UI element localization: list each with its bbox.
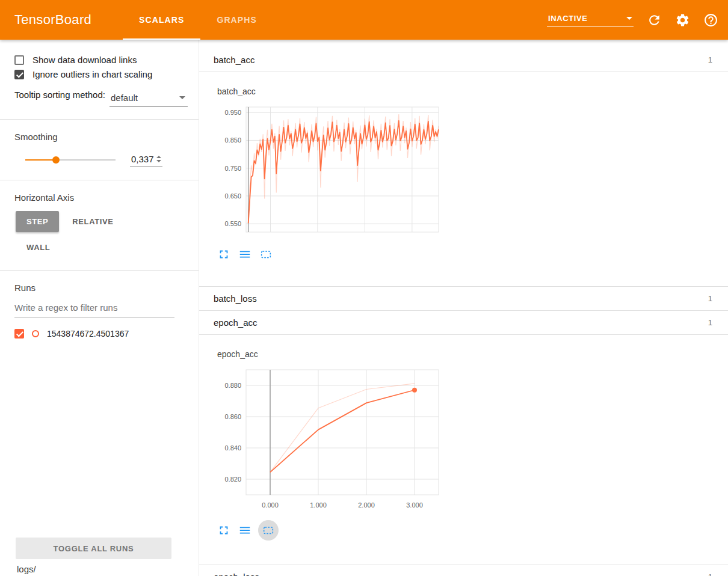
help-button[interactable] — [703, 13, 718, 28]
category-epoch-acc[interactable]: epoch_acc 1 — [199, 311, 728, 335]
category-title: epoch_acc — [214, 317, 258, 328]
ignore-outliers-label: Ignore outliers in chart scaling — [32, 69, 152, 79]
runs-label: Runs — [14, 283, 188, 293]
tooltip-sorting-label: Tooltip sorting method: — [14, 89, 110, 101]
main-tabs: SCALARS GRAPHS — [123, 0, 273, 40]
chevron-down-icon — [179, 96, 185, 99]
gear-icon — [675, 13, 690, 28]
svg-text:0.650: 0.650 — [224, 192, 241, 200]
app-title: TensorBoard — [14, 12, 91, 28]
ignore-outliers-row: Ignore outliers in chart scaling — [14, 69, 188, 79]
smoothing-value: 0,337 — [131, 154, 154, 164]
fullscreen-icon — [217, 248, 230, 261]
app-header: TensorBoard SCALARS GRAPHS INACTIVE — [0, 0, 728, 40]
svg-text:2.000: 2.000 — [358, 501, 375, 509]
toggle-all-runs-button[interactable]: TOGGLE ALL RUNS — [16, 538, 171, 559]
tensorboard-app: TensorBoard SCALARS GRAPHS INACTIVE — [0, 0, 728, 576]
chart-title: epoch_acc — [217, 349, 728, 361]
refresh-icon — [647, 13, 662, 28]
divider — [0, 180, 199, 180]
svg-text:0.820: 0.820 — [224, 476, 241, 483]
header-actions: INACTIVE — [547, 13, 718, 28]
chart-actions — [216, 247, 728, 262]
fit-domain-button-active[interactable] — [258, 520, 279, 541]
svg-text:1.000: 1.000 — [310, 501, 327, 509]
dashed-box-icon — [259, 248, 273, 261]
chart-card-batch-acc: batch_acc 0.5500.6500.7500.8500.950 — [199, 72, 728, 287]
category-count: 1 — [708, 294, 712, 303]
smoothing-value-input[interactable]: 0,337 — [130, 153, 162, 167]
spinner-up-icon[interactable] — [156, 156, 161, 158]
run-color-circle[interactable] — [32, 330, 39, 337]
smoothing-slider[interactable] — [25, 156, 116, 164]
log-scale-button[interactable] — [237, 522, 253, 538]
svg-text:0.850: 0.850 — [224, 136, 241, 144]
category-count: 1 — [708, 55, 712, 64]
svg-text:0.880: 0.880 — [224, 382, 241, 389]
fit-domain-button[interactable] — [258, 247, 274, 262]
category-batch-loss[interactable]: batch_loss 1 — [199, 287, 728, 311]
chart-title: batch_acc — [217, 87, 728, 99]
divider — [0, 119, 199, 120]
log-scale-icon — [238, 524, 251, 537]
chart-card-epoch-acc: epoch_acc 0.8200.8400.8600.8800.0001.000… — [199, 335, 728, 565]
category-batch-acc[interactable]: batch_acc 1 — [199, 48, 728, 72]
fullscreen-icon — [217, 524, 230, 537]
log-scale-icon — [238, 248, 251, 261]
show-download-links-row: Show data download links — [14, 55, 188, 65]
tooltip-sorting-dropdown[interactable]: default — [110, 90, 188, 107]
run-item: 1543874672.4501367 — [14, 329, 188, 339]
chevron-down-icon — [626, 17, 632, 20]
axis-relative-button[interactable]: RELATIVE — [61, 211, 124, 232]
status-label: INACTIVE — [548, 14, 587, 23]
axis-wall-button[interactable]: WALL — [16, 237, 61, 258]
maximize-chart-button[interactable] — [216, 522, 232, 538]
axis-step-button[interactable]: STEP — [16, 211, 59, 232]
refresh-button[interactable] — [647, 13, 662, 28]
category-count: 1 — [708, 572, 712, 576]
horizontal-axis-label: Horizontal Axis — [14, 192, 188, 203]
horizontal-axis-buttons: STEP RELATIVE WALL — [14, 209, 171, 260]
tab-scalars[interactable]: SCALARS — [123, 0, 200, 40]
runs-group-label: logs/ — [17, 563, 199, 576]
tooltip-sorting-value: default — [111, 93, 138, 103]
svg-text:0.750: 0.750 — [224, 165, 241, 172]
help-icon — [703, 13, 718, 28]
log-scale-button[interactable] — [237, 247, 253, 262]
slider-knob[interactable] — [52, 156, 60, 164]
batch-acc-chart[interactable]: 0.5500.6500.7500.8500.950 — [214, 101, 445, 239]
smoothing-row: 0,337 — [14, 153, 188, 167]
svg-text:0.950: 0.950 — [224, 109, 241, 116]
category-epoch-loss[interactable]: epoch_loss 1 — [199, 565, 728, 576]
category-count: 1 — [708, 318, 712, 327]
ignore-outliers-checkbox[interactable] — [14, 70, 24, 79]
show-download-links-checkbox[interactable] — [14, 55, 24, 65]
svg-text:0.000: 0.000 — [262, 501, 279, 509]
svg-text:0.860: 0.860 — [224, 413, 241, 420]
maximize-chart-button[interactable] — [216, 247, 232, 262]
runs-filter-input[interactable] — [14, 299, 174, 318]
run-checkbox[interactable] — [14, 329, 24, 339]
settings-button[interactable] — [675, 13, 690, 28]
epoch-acc-chart[interactable]: 0.8200.8400.8600.8800.0001.0002.0003.000 — [214, 364, 445, 513]
show-download-links-label: Show data download links — [32, 55, 137, 65]
number-spinner[interactable] — [156, 156, 161, 162]
svg-text:3.000: 3.000 — [406, 501, 423, 509]
category-title: epoch_loss — [214, 572, 259, 576]
divider — [0, 270, 199, 271]
scalars-dashboard: batch_acc 1 batch_acc 0.5500.6500.7500.8… — [199, 40, 728, 576]
status-dropdown[interactable]: INACTIVE — [547, 13, 634, 27]
smoothing-label: Smoothing — [14, 132, 188, 142]
run-name: 1543874672.4501367 — [47, 329, 129, 339]
dashed-box-icon — [262, 524, 275, 537]
category-title: batch_loss — [214, 293, 257, 304]
svg-text:0.840: 0.840 — [224, 444, 241, 452]
category-title: batch_acc — [214, 55, 254, 65]
chart-actions — [216, 520, 728, 541]
tooltip-sorting-row: Tooltip sorting method: default — [14, 89, 188, 107]
svg-text:0.550: 0.550 — [224, 220, 241, 227]
slider-fill — [25, 159, 56, 161]
settings-sidebar: Show data download links Ignore outliers… — [0, 40, 199, 576]
spinner-down-icon[interactable] — [156, 160, 161, 162]
tab-graphs[interactable]: GRAPHS — [200, 0, 273, 40]
